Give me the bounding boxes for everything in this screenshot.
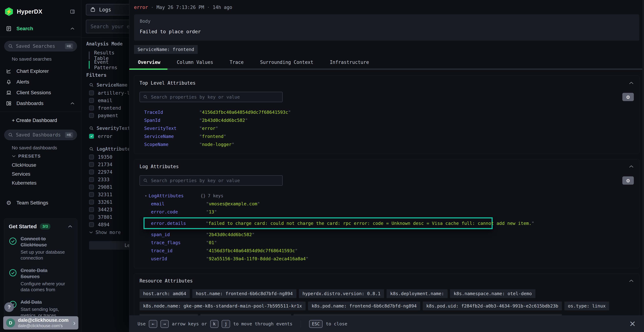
- filter-option[interactable]: 37801: [89, 213, 129, 221]
- filter-option[interactable]: error: [89, 132, 129, 140]
- filter-option[interactable]: 2333: [89, 176, 129, 183]
- attribute-key[interactable]: error.details: [151, 221, 206, 226]
- tab-trace[interactable]: Trace: [230, 60, 244, 65]
- resource-chip[interactable]: os.version: 6.6.72+: [140, 314, 198, 316]
- service-tag[interactable]: ServiceName: frontend: [134, 45, 198, 54]
- attribute-key[interactable]: error.code: [151, 209, 206, 214]
- attribute-value[interactable]: 13: [206, 209, 217, 214]
- attribute-key[interactable]: email: [151, 201, 206, 206]
- resource-chip[interactable]: process.command: /app/server.js: [200, 314, 291, 316]
- event-search-input[interactable]: Search your ev: [86, 20, 129, 33]
- tab-column-values[interactable]: Column Values: [177, 60, 213, 65]
- attribute-key[interactable]: trace_id: [151, 248, 206, 253]
- chevron-up-icon[interactable]: [69, 102, 76, 105]
- attribute-key[interactable]: trace_flags: [151, 240, 206, 245]
- resource-chip[interactable]: k8s.deployment.name:: [386, 289, 448, 298]
- tab-overview[interactable]: Overview: [138, 60, 160, 65]
- attribute-key[interactable]: TraceId: [144, 110, 199, 115]
- checkbox[interactable]: [89, 90, 94, 95]
- j-key[interactable]: j: [222, 320, 230, 328]
- attribute-value[interactable]: frontend: [199, 134, 226, 139]
- attribute-value[interactable]: 4156d3fbc40a64854d9dc7f68641593c: [206, 248, 298, 253]
- checkbox[interactable]: [89, 200, 94, 204]
- sidebar-item-team-settings[interactable]: ⚙ Team Settings: [0, 198, 81, 208]
- sidebar-item-client-sessions[interactable]: Client Sessions: [0, 87, 81, 98]
- filter-option[interactable]: 21734: [89, 161, 129, 168]
- attribute-value[interactable]: 4156d3fbc40a64854d9dc7f68641593c: [199, 110, 291, 115]
- get-started-item[interactable]: Add Data Start sending logs, metrics, or…: [9, 299, 72, 318]
- filter-option[interactable]: payment: [89, 112, 129, 119]
- chevron-up-icon[interactable]: [629, 165, 634, 168]
- collapse-triangle-icon[interactable]: ▾: [145, 194, 147, 198]
- filter-option[interactable]: 33261: [89, 198, 129, 206]
- attribute-key[interactable]: SeverityText: [144, 126, 199, 131]
- checkbox[interactable]: [89, 192, 94, 197]
- attribute-key[interactable]: SpanId: [144, 118, 199, 123]
- tab-surrounding-context[interactable]: Surrounding Context: [260, 60, 313, 65]
- saved-searches-input[interactable]: Saved Searches ⌘K: [4, 41, 77, 51]
- esc-key[interactable]: ESC: [309, 320, 322, 328]
- checkbox-checked[interactable]: [89, 134, 94, 139]
- collapse-sidebar-icon[interactable]: [69, 9, 76, 14]
- help-button[interactable]: ?: [4, 302, 14, 312]
- property-search-input[interactable]: Search properties by key or value: [140, 92, 283, 102]
- checkbox[interactable]: [89, 170, 94, 174]
- attribute-value[interactable]: error: [199, 126, 218, 131]
- resource-chip[interactable]: process.command args: ["/usr/local/bin/n…: [294, 314, 562, 316]
- tab-infrastructure[interactable]: Infrastructure: [330, 60, 369, 65]
- resource-chip[interactable]: os.type: linux: [564, 302, 609, 310]
- attribute-value[interactable]: vmoses@example.com: [206, 201, 260, 206]
- resource-chip[interactable]: k8s.node.name: gke-pme-k8s-standard-main…: [140, 302, 306, 310]
- sidebar-item-services[interactable]: Services: [0, 170, 81, 178]
- chevron-up-icon[interactable]: [629, 82, 634, 84]
- filter-option[interactable]: 4894: [89, 221, 129, 228]
- attribute-tree-root[interactable]: ▾ LogAttributes 7 keys: [140, 192, 634, 200]
- settings-button[interactable]: ⚙: [622, 93, 634, 101]
- filter-option[interactable]: artillery-loa: [89, 89, 129, 96]
- chevron-up-icon[interactable]: [69, 27, 76, 30]
- settings-button[interactable]: ⚙: [622, 176, 634, 184]
- filter-option[interactable]: frontend: [89, 104, 129, 112]
- attribute-value[interactable]: 2b43d0c4dd6bc582: [199, 118, 248, 123]
- k-key[interactable]: k: [210, 320, 218, 328]
- saved-dashboards-input[interactable]: Saved Dashboards ⌘K: [4, 130, 77, 140]
- scrollbar[interactable]: [642, 0, 644, 316]
- checkbox[interactable]: [89, 106, 94, 110]
- attribute-key[interactable]: ScopeName: [144, 142, 199, 147]
- get-started-item[interactable]: Create Data Sources Configure where your…: [9, 268, 72, 293]
- resource-chip[interactable]: hyperdx.distro.version: 0.8.1: [299, 289, 384, 298]
- resource-chip[interactable]: k8s.namespace.name: otel-demo: [450, 289, 536, 298]
- sidebar-item-dashboards[interactable]: Dashboards: [0, 98, 81, 109]
- checkbox[interactable]: [89, 154, 94, 160]
- sidebar-item-alerts[interactable]: Alerts: [0, 76, 81, 87]
- get-started-item[interactable]: Connect to ClickHouse Set up your databa…: [9, 236, 72, 261]
- attribute-value[interactable]: failed to charge card: could not charge …: [206, 221, 534, 226]
- attribute-value[interactable]: 92a55156-39a4-11f0-8ddd-a2eca416a8a4: [206, 256, 308, 261]
- filter-option[interactable]: 34423: [89, 206, 129, 213]
- mode-results-table[interactable]: Results Table: [89, 51, 129, 60]
- sidebar-item-chart-explorer[interactable]: Chart Explorer: [0, 66, 81, 76]
- arrow-left-key[interactable]: ←: [149, 320, 157, 328]
- sidebar-item-kubernetes[interactable]: Kubernetes: [0, 178, 81, 188]
- show-more-button[interactable]: Show more: [89, 228, 129, 236]
- filter-option[interactable]: 29081: [89, 183, 129, 191]
- checkbox[interactable]: [89, 222, 94, 227]
- arrow-right-key[interactable]: →: [160, 320, 169, 328]
- filter-option[interactable]: 19350: [89, 153, 129, 161]
- attribute-value[interactable]: 01: [206, 240, 217, 245]
- less-filters-button[interactable]: Less fil: [89, 241, 129, 250]
- filter-option[interactable]: email: [89, 96, 129, 104]
- checkbox[interactable]: [89, 184, 94, 190]
- resource-chip[interactable]: host.arch: amd64: [140, 289, 190, 298]
- filter-option[interactable]: 22974: [89, 168, 129, 176]
- checkbox[interactable]: [89, 177, 94, 182]
- checkbox[interactable]: [89, 98, 94, 103]
- resource-chip[interactable]: host.name: frontend-6b6c8d7bfd-ng894: [192, 289, 296, 298]
- resource-chip[interactable]: k8s.pod.uid: f284fb2d-a0b3-4634-991b-e2c…: [423, 302, 562, 310]
- attribute-key[interactable]: ServiceName: [144, 134, 199, 139]
- create-dashboard-button[interactable]: + Create Dashboard: [0, 115, 81, 126]
- resource-chip[interactable]: k8s.pod.name: frontend-6b6c8d7bfd-ng894: [308, 302, 420, 310]
- attribute-key[interactable]: userId: [151, 256, 206, 261]
- attribute-key[interactable]: span_id: [151, 232, 206, 237]
- attribute-value[interactable]: 2b43d0c4dd6bc582: [206, 232, 254, 237]
